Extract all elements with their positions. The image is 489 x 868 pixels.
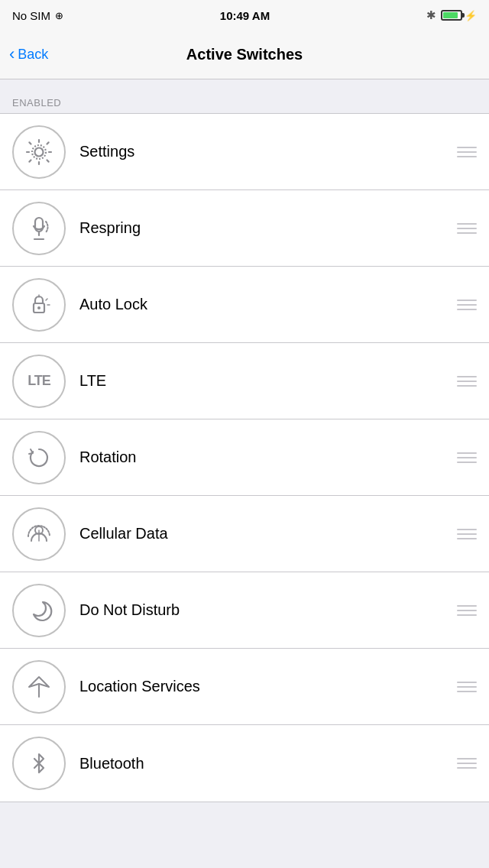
active-switches-list: Settings Respring bbox=[0, 113, 489, 802]
rotation-icon-wrap bbox=[12, 431, 66, 484]
list-item[interactable]: Location Services bbox=[0, 649, 489, 725]
drag-handle[interactable] bbox=[457, 376, 477, 387]
location-icon-wrap bbox=[12, 660, 66, 714]
rotation-icon bbox=[24, 443, 53, 472]
section-header-text: ENABLED bbox=[12, 97, 61, 108]
lte-label: LTE bbox=[79, 372, 449, 390]
drag-handle[interactable] bbox=[457, 682, 477, 692]
drag-handle[interactable] bbox=[457, 147, 477, 157]
drag-handle[interactable] bbox=[457, 223, 477, 234]
drag-handle[interactable] bbox=[457, 452, 477, 463]
status-icons: ✱ ⚡ bbox=[426, 8, 477, 22]
status-bar: No SIM ⊕ 10:49 AM ✱ ⚡ bbox=[0, 0, 489, 31]
bluetooth-icon: ✱ bbox=[426, 8, 436, 22]
rotation-label: Rotation bbox=[79, 449, 449, 466]
moon-icon bbox=[24, 596, 53, 625]
respring-icon-wrap bbox=[12, 202, 66, 255]
cellular-label: Cellular Data bbox=[79, 525, 449, 542]
bolt-icon: ⚡ bbox=[465, 10, 477, 21]
dnd-label: Do Not Disturb bbox=[79, 601, 449, 619]
drag-handle[interactable] bbox=[457, 605, 477, 616]
back-label: Back bbox=[18, 47, 48, 63]
bluetooth-icon-wrap bbox=[12, 737, 66, 790]
list-item[interactable]: Auto Lock bbox=[0, 267, 489, 343]
list-item[interactable]: Bluetooth bbox=[0, 725, 489, 802]
nav-bar: ‹ Back Active Switches bbox=[0, 31, 489, 79]
drag-handle[interactable] bbox=[457, 758, 477, 769]
carrier-text: No SIM bbox=[12, 9, 50, 22]
settings-label: Settings bbox=[79, 143, 449, 160]
battery-fill bbox=[443, 12, 458, 18]
lte-text-icon: LTE bbox=[28, 373, 50, 389]
gear-icon bbox=[24, 138, 53, 167]
battery-icon bbox=[441, 10, 462, 21]
svg-point-4 bbox=[37, 306, 40, 309]
lte-icon-wrap: LTE bbox=[12, 355, 66, 408]
location-label: Location Services bbox=[79, 678, 449, 695]
respring-label: Respring bbox=[79, 219, 449, 237]
section-header: ENABLED bbox=[0, 79, 489, 113]
signal-icon: ⊕ bbox=[55, 10, 63, 21]
list-item[interactable]: Do Not Disturb bbox=[0, 572, 489, 649]
battery-container: ⚡ bbox=[441, 10, 477, 21]
bluetooth-label: Bluetooth bbox=[79, 755, 449, 772]
drag-handle[interactable] bbox=[457, 529, 477, 539]
back-button[interactable]: ‹ Back bbox=[9, 47, 48, 63]
autolock-icon bbox=[24, 290, 53, 319]
location-icon bbox=[24, 672, 53, 701]
status-carrier: No SIM ⊕ bbox=[12, 9, 63, 22]
status-time: 10:49 AM bbox=[220, 9, 270, 22]
respring-icon bbox=[24, 214, 53, 243]
autolock-icon-wrap bbox=[12, 278, 66, 332]
dnd-icon-wrap bbox=[12, 584, 66, 637]
cellular-icon bbox=[24, 520, 53, 549]
back-chevron-icon: ‹ bbox=[9, 46, 15, 63]
list-item[interactable]: Respring bbox=[0, 190, 489, 267]
list-item[interactable]: LTE LTE bbox=[0, 343, 489, 419]
cellular-icon-wrap bbox=[12, 507, 66, 561]
list-item[interactable]: Settings bbox=[0, 114, 489, 190]
bluetooth-icon bbox=[24, 749, 53, 778]
list-item[interactable]: Rotation bbox=[0, 419, 489, 496]
autolock-label: Auto Lock bbox=[79, 296, 449, 313]
drag-handle[interactable] bbox=[457, 300, 477, 310]
list-item[interactable]: Cellular Data bbox=[0, 496, 489, 572]
svg-point-0 bbox=[35, 147, 44, 156]
page-title: Active Switches bbox=[186, 46, 303, 63]
settings-icon-wrap bbox=[12, 125, 66, 179]
